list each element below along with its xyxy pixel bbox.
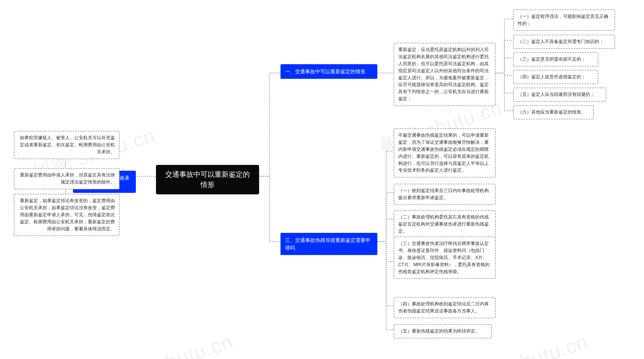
branch-3-item-1[interactable]: 不服交通事故伤残鉴定结果的，可以申请重新鉴定，但为了保证交通事故能够尽快解决，重…: [394, 128, 496, 177]
branch-1-item-5[interactable]: （五）鉴定人应当回避而没有回避的；: [513, 88, 606, 102]
branch-1-item-6[interactable]: （六）其他应当重新鉴定的情形。: [513, 105, 594, 119]
branch-3[interactable]: 三、交通事故伤残等级重新鉴定需要申请吗: [280, 233, 377, 255]
branch-1[interactable]: 一、交通事故中可以重新鉴定的情形: [280, 64, 377, 79]
branch-3-item-5[interactable]: （四）事故处理机构收到鉴定结论后二日内将伤者伤残鉴定结果送达事故各方当事人。: [394, 297, 496, 318]
branch-2-item-2[interactable]: 重新鉴定费用由申请人承担，但原鉴定具有法律规定违法鉴定情形的除外。: [14, 168, 119, 189]
root-node[interactable]: 交通事故中可以重新鉴定的情形: [156, 165, 259, 194]
branch-1-item-2[interactable]: （二）鉴定人不具备鉴定所需专门知识的；: [513, 35, 615, 49]
branch-1-item-3[interactable]: （三）鉴定意见明显依据不足的；: [513, 52, 598, 66]
branch-3-item-6[interactable]: （五）重新伤残鉴定的结果为终结评定。: [394, 324, 492, 338]
branch-2-item-3[interactable]: 重新鉴定，如果鉴定结论有改变的，鉴定费用由公安机关承担；如果鉴定结论没有改变，鉴…: [14, 194, 119, 236]
branch-3-item-3[interactable]: （二）事故处理机构委托其它具有资格的伤残鉴定百定机构对交通事故伤者进行重新伤残鉴…: [394, 210, 496, 238]
branch-1-item-1[interactable]: （一）鉴定程序违法，可能影响鉴定意见正确性的；: [513, 10, 615, 31]
branch-3-item-2[interactable]: （一）收到鉴定结果后三日内向事故处理机构提出要求重新申请鉴定。: [394, 184, 496, 205]
branch-3-item-4[interactable]: （三）交通事故伤者治疗终结后携带事故认定书、身份度证复印件、就诊资料问（包括门诊…: [394, 237, 496, 279]
watermark: 树图 shutu.cn: [107, 328, 237, 359]
branch-1-detail[interactable]: 重新鉴定，应当委托原鉴定机构以外的列入司法鉴定机构名册的其他司法鉴定机构进行委托…: [394, 43, 496, 106]
branch-2-item-1[interactable]: 如果犯罪嫌疑人、被害人、公安机关可以补充鉴定或者重新鉴定。初次鉴定、检测费用由公…: [14, 131, 119, 159]
branch-1-item-4[interactable]: （四）鉴定人故意作虚假鉴定的；: [513, 70, 598, 84]
